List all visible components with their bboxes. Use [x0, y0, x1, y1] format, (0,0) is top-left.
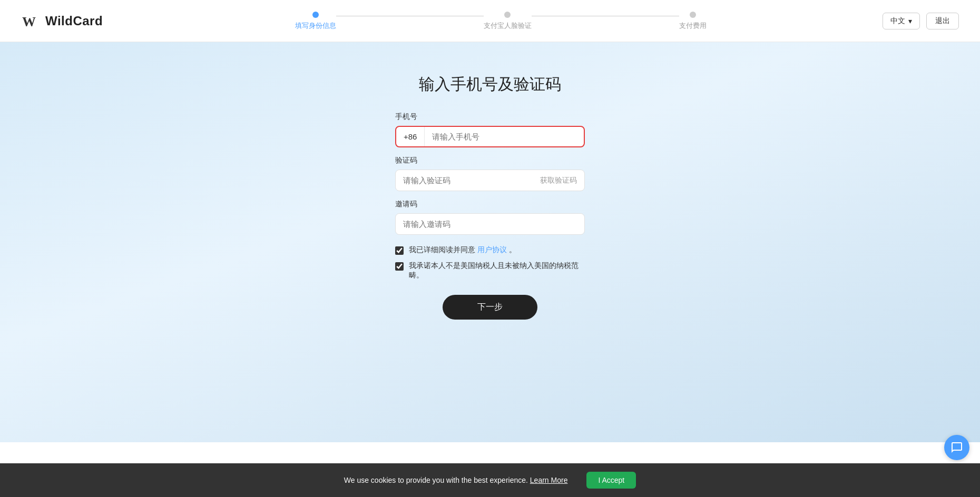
lang-button[interactable]: 中文 ▾ [883, 13, 920, 29]
step-2-dot [504, 12, 511, 18]
stepper: 填写身份信息 支付宝人脸验证 支付费用 [126, 12, 875, 31]
phone-field-wrap: +86 [395, 126, 585, 147]
step-3-dot [690, 12, 696, 18]
invite-input[interactable] [396, 214, 584, 234]
step-line-1 [336, 16, 484, 16]
step-2-label: 支付宝人脸验证 [484, 21, 532, 31]
form-container: 手机号 +86 验证码 获取验证码 邀请码 我已详细阅读并同意 用户协议 。 [395, 112, 585, 320]
agreement-text: 我已详细阅读并同意 用户协议 。 [409, 245, 516, 255]
cookie-accept-button[interactable]: I Accept [586, 472, 636, 489]
phone-input[interactable] [425, 127, 584, 146]
header-right: 中文 ▾ 退出 [875, 13, 959, 29]
cookie-banner: We use cookies to provide you with the b… [0, 463, 980, 497]
checkbox-tax-row: 我承诺本人不是美国纳税人且未被纳入美国的纳税范畴。 [395, 261, 585, 280]
logout-button[interactable]: 退出 [926, 13, 959, 29]
step-line-2 [532, 16, 679, 16]
chevron-down-icon: ▾ [908, 17, 912, 25]
invite-label: 邀请码 [395, 200, 585, 209]
phone-label: 手机号 [395, 112, 585, 122]
step-1-dot [312, 12, 319, 18]
step-3-label: 支付费用 [679, 21, 707, 31]
cookie-text: We use cookies to provide you with the b… [344, 476, 568, 484]
code-label: 验证码 [395, 156, 585, 165]
lang-label: 中文 [890, 16, 905, 26]
invite-field-wrap [395, 213, 585, 235]
step-1-label: 填写身份信息 [295, 21, 336, 31]
code-field-wrap: 获取验证码 [395, 170, 585, 191]
user-agreement-link[interactable]: 用户协议 [477, 245, 507, 254]
agreement-checkbox[interactable] [395, 246, 404, 255]
get-code-button[interactable]: 获取验证码 [533, 171, 584, 191]
main-content: 输入手机号及验证码 手机号 +86 验证码 获取验证码 邀请码 我已详细阅读并同… [0, 42, 980, 442]
logo-area: W WildCard [21, 12, 126, 31]
step-1: 填写身份信息 [295, 12, 336, 31]
step-2: 支付宝人脸验证 [484, 12, 532, 31]
logo-text: WildCard [45, 14, 103, 28]
chat-icon [950, 441, 963, 454]
next-button[interactable]: 下一步 [443, 295, 537, 320]
tax-checkbox[interactable] [395, 262, 404, 271]
step-3: 支付费用 [679, 12, 707, 31]
phone-prefix: +86 [396, 127, 425, 146]
header: W WildCard 填写身份信息 支付宝人脸验证 支付费用 中文 ▾ 退出 [0, 0, 980, 42]
svg-text:W: W [22, 14, 36, 29]
checkbox-agreement-row: 我已详细阅读并同意 用户协议 。 [395, 245, 585, 255]
logo-icon: W [21, 12, 40, 31]
cookie-learn-more-link[interactable]: Learn More [530, 476, 568, 484]
cookie-message: We use cookies to provide you with the b… [344, 476, 528, 484]
chat-button[interactable] [944, 435, 969, 460]
page-title: 输入手机号及验证码 [419, 74, 561, 95]
code-input[interactable] [396, 170, 533, 191]
tax-text: 我承诺本人不是美国纳税人且未被纳入美国的纳税范畴。 [409, 261, 585, 280]
